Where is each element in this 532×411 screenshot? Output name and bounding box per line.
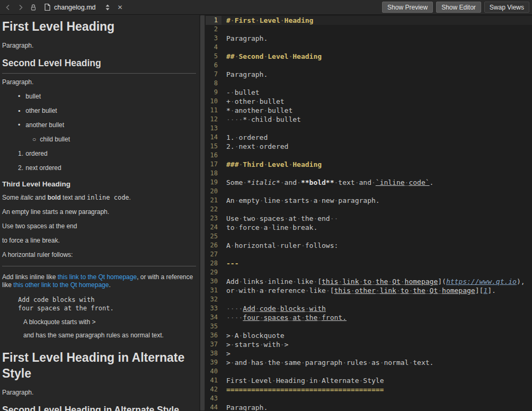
qt-homepage-link[interactable]: this link to the Qt homepage — [58, 273, 137, 281]
editor-line[interactable]: 43 — [206, 394, 532, 403]
qt-homepage-link[interactable]: this other link to the Qt homepage — [13, 281, 109, 289]
line-text[interactable] — [221, 322, 532, 331]
scrollbar-handle[interactable] — [200, 15, 205, 410]
editor-line[interactable]: 38> — [206, 349, 532, 358]
line-text[interactable]: A·horizontal·ruler·follows: — [221, 241, 532, 250]
editor-line[interactable]: 34····four·spaces·at·the·front. — [206, 313, 532, 322]
show-preview-button[interactable]: Show Preview — [382, 2, 433, 13]
line-text[interactable]: Paragraph. — [221, 34, 532, 43]
editor-line[interactable]: 35 — [206, 322, 532, 331]
line-text[interactable]: --- — [221, 259, 532, 268]
editor-line[interactable]: 42====================================== — [206, 385, 532, 394]
line-text[interactable]: An·empty·line·starts·a·new·paragraph. — [221, 196, 532, 205]
editor-line[interactable]: 152.·next·ordered — [206, 142, 532, 151]
line-text[interactable]: >·and·has·the·same·paragraph·rules·as·no… — [221, 358, 532, 367]
editor-line[interactable]: 4 — [206, 43, 532, 52]
editor-line[interactable]: 32 — [206, 295, 532, 304]
line-text[interactable]: Use·two·spaces·at·the·end·· — [221, 214, 532, 223]
line-text[interactable]: to·force·a·line·break. — [221, 223, 532, 232]
line-text[interactable] — [221, 169, 532, 178]
editor-line[interactable]: 44Paragraph. — [206, 403, 532, 411]
editor-line[interactable]: 25 — [206, 232, 532, 241]
line-text[interactable]: >·A·blockquote — [221, 331, 532, 340]
editor-line[interactable]: 9-·bullet — [206, 88, 532, 97]
line-text[interactable] — [221, 124, 532, 133]
line-text[interactable] — [221, 205, 532, 214]
editor-line[interactable]: 17###·Third·Level·Heading — [206, 160, 532, 169]
editor-line[interactable]: 5##·Second·Level·Heading — [206, 52, 532, 61]
editor-line[interactable]: 6 — [206, 61, 532, 70]
editor-line[interactable]: 26A·horizontal·ruler·follows: — [206, 241, 532, 250]
line-text[interactable]: *·another·bullet — [221, 106, 532, 115]
line-text[interactable]: ····Add·code·blocks·with — [221, 304, 532, 313]
close-split-button[interactable]: ✕ — [115, 2, 126, 13]
editor-line[interactable]: 22 — [206, 205, 532, 214]
line-text[interactable]: ====================================== — [221, 385, 532, 394]
line-text[interactable]: ##·Second·Level·Heading — [221, 52, 532, 61]
line-text[interactable]: #·First·Level·Heading — [221, 16, 532, 25]
line-text[interactable]: ····*·child·bullet — [221, 115, 532, 124]
editor-line[interactable]: 1#·First·Level·Heading — [206, 16, 532, 25]
document-tab[interactable]: changelog.md — [41, 1, 100, 14]
line-text[interactable]: ###·Third·Level·Heading — [221, 160, 532, 169]
line-text[interactable] — [221, 250, 532, 259]
line-text[interactable]: ····four·spaces·at·the·front. — [221, 313, 532, 322]
editor-line[interactable]: 11*·another·bullet — [206, 106, 532, 115]
line-text[interactable]: 2.·next·ordered — [221, 142, 532, 151]
line-text[interactable]: Paragraph. — [221, 70, 532, 79]
line-text[interactable] — [221, 79, 532, 88]
line-text[interactable]: +·other·bullet — [221, 97, 532, 106]
line-text[interactable] — [221, 61, 532, 70]
editor-line[interactable]: 10+·other·bullet — [206, 97, 532, 106]
line-text[interactable]: Paragraph. — [221, 403, 532, 411]
show-editor-button[interactable]: Show Editor — [436, 2, 481, 13]
editor-line[interactable]: 29 — [206, 268, 532, 277]
editor-line[interactable]: 7Paragraph. — [206, 70, 532, 79]
document-dropdown-button[interactable] — [102, 2, 113, 13]
markdown-source-editor[interactable]: 1#·First·Level·Heading23Paragraph.45##·S… — [206, 15, 532, 411]
line-text[interactable] — [221, 151, 532, 160]
line-text[interactable] — [221, 268, 532, 277]
line-text[interactable] — [221, 295, 532, 304]
editor-line[interactable]: 18 — [206, 169, 532, 178]
line-text[interactable]: Some·*italic*·and·**bold**·text·and·`inl… — [221, 178, 532, 187]
editor-line[interactable]: 39>·and·has·the·same·paragraph·rules·as·… — [206, 358, 532, 367]
line-text[interactable]: Add·links·inline·like·[this·link·to·the·… — [221, 277, 532, 286]
editor-line[interactable]: 36>·A·blockquote — [206, 331, 532, 340]
forward-button[interactable] — [15, 2, 26, 13]
line-text[interactable]: or·with·a·reference·like·[this·other·lin… — [221, 286, 532, 295]
line-text[interactable] — [221, 367, 532, 376]
editor-line[interactable]: 141.·ordered — [206, 133, 532, 142]
editor-line[interactable]: 28--- — [206, 259, 532, 268]
editor-line[interactable]: 37>·starts·with·> — [206, 340, 532, 349]
editor-line[interactable]: 8 — [206, 79, 532, 88]
editor-line[interactable]: 21An·empty·line·starts·a·new·paragraph. — [206, 196, 532, 205]
line-text[interactable]: >·starts·with·> — [221, 340, 532, 349]
line-text[interactable] — [221, 394, 532, 403]
editor-line[interactable]: 41First·Level·Heading·in·Alternate·Style — [206, 376, 532, 385]
editor-line[interactable]: 24to·force·a·line·break. — [206, 223, 532, 232]
line-text[interactable] — [221, 43, 532, 52]
editor-line[interactable]: 16 — [206, 151, 532, 160]
editor-line[interactable]: 40 — [206, 367, 532, 376]
editor-line[interactable]: 13 — [206, 124, 532, 133]
line-text[interactable]: First·Level·Heading·in·Alternate·Style — [221, 376, 532, 385]
editor-line[interactable]: 27 — [206, 250, 532, 259]
line-text[interactable]: > — [221, 349, 532, 358]
line-text[interactable]: -·bullet — [221, 88, 532, 97]
preview-scrollbar[interactable] — [199, 15, 206, 411]
line-text[interactable] — [221, 232, 532, 241]
line-text[interactable]: 1.·ordered — [221, 133, 532, 142]
editor-line[interactable]: 19Some·*italic*·and·**bold**·text·and·`i… — [206, 178, 532, 187]
back-button[interactable] — [3, 2, 13, 13]
editor-line[interactable]: 3Paragraph. — [206, 34, 532, 43]
line-text[interactable] — [221, 25, 532, 34]
editor-line[interactable]: 31or·with·a·reference·like·[this·other·l… — [206, 286, 532, 295]
editor-line[interactable]: 23Use·two·spaces·at·the·end·· — [206, 214, 532, 223]
editor-line[interactable]: 30Add·links·inline·like·[this·link·to·th… — [206, 277, 532, 286]
lock-button[interactable] — [28, 2, 39, 13]
editor-line[interactable]: 12····*·child·bullet — [206, 115, 532, 124]
line-text[interactable] — [221, 187, 532, 196]
editor-line[interactable]: 33····Add·code·blocks·with — [206, 304, 532, 313]
swap-views-button[interactable]: Swap Views — [484, 2, 529, 13]
